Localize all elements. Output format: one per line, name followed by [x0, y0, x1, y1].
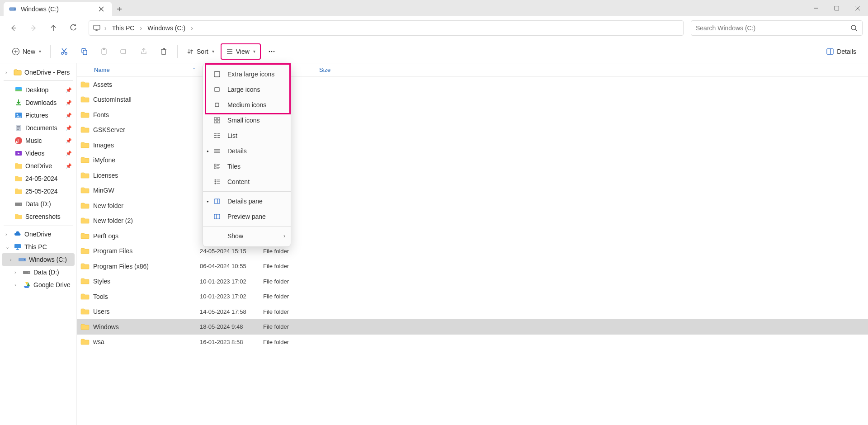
file-row[interactable]: Program Files24-05-2024 15:15File folder: [77, 244, 868, 259]
view-button[interactable]: View ▾: [221, 43, 261, 60]
rename-button[interactable]: [115, 43, 133, 60]
file-row[interactable]: MinGW: [77, 183, 868, 198]
sidebar-item-desktop[interactable]: Desktop📌: [0, 84, 76, 96]
sort-button[interactable]: Sort ▾: [182, 43, 219, 60]
folder-icon: [80, 232, 90, 240]
file-row[interactable]: Assets: [77, 77, 868, 92]
sidebar-item-label: OneDrive: [25, 162, 52, 170]
window-tab[interactable]: Windows (C:): [4, 2, 112, 16]
file-row[interactable]: wsa16-01-2023 8:58File folder: [77, 335, 868, 350]
sidebar-item-videos[interactable]: Videos📌: [0, 147, 76, 160]
file-name: Users: [93, 308, 110, 315]
sidebar-item-google-drive[interactable]: ›Google Drive: [0, 279, 76, 291]
view-option-large[interactable]: Large icons: [203, 82, 291, 97]
list-icon: [226, 48, 233, 55]
maximize-button[interactable]: [826, 0, 847, 16]
sidebar-item-screenshots[interactable]: Screenshots: [0, 210, 76, 223]
file-row[interactable]: Tools10-01-2023 17:02File folder: [77, 289, 868, 304]
view-option-preview-pane[interactable]: Preview pane: [203, 209, 291, 224]
folder-icon: [80, 263, 90, 270]
document-icon: [14, 124, 23, 132]
refresh-button[interactable]: [65, 20, 81, 36]
sidebar-item-this-pc[interactable]: ⌄This PC: [0, 241, 76, 253]
sidebar-item-data-d[interactable]: ›Data (D:): [0, 266, 76, 279]
new-button[interactable]: New ▾: [7, 43, 46, 60]
breadcrumb-windows-c[interactable]: Windows (C:): [146, 24, 187, 33]
details-icon: [213, 147, 221, 155]
menu-label: Small icons: [227, 117, 260, 124]
chevron-right-icon: ›: [14, 282, 20, 288]
file-row[interactable]: Users14-05-2024 17:58File folder: [77, 304, 868, 320]
sidebar-item-label: Desktop: [25, 86, 48, 94]
minimize-button[interactable]: [806, 0, 826, 16]
file-date: 24-05-2024 15:15: [200, 248, 263, 255]
cut-button[interactable]: [55, 43, 73, 60]
sidebar-item-onedrive-quick[interactable]: OneDrive📌: [0, 160, 76, 172]
view-option-details-pane[interactable]: ●Details pane: [203, 194, 291, 209]
copy-icon: [80, 47, 88, 56]
more-button[interactable]: [263, 43, 281, 60]
file-type: File folder: [263, 293, 319, 300]
address-bar[interactable]: › This PC › Windows (C:) ›: [89, 20, 684, 36]
svg-rect-26: [14, 244, 21, 248]
view-option-medium[interactable]: Medium icons: [203, 97, 291, 113]
sidebar-item-pictures[interactable]: Pictures📌: [0, 109, 76, 122]
sidebar-item-downloads[interactable]: Downloads📌: [0, 96, 76, 109]
view-option-tiles[interactable]: Tiles: [203, 159, 291, 174]
details-pane-button[interactable]: Details: [821, 43, 861, 60]
sidebar-item-data-d-quick[interactable]: Data (D:): [0, 198, 76, 210]
sidebar-item-onedrive[interactable]: ›OneDrive: [0, 228, 76, 241]
sidebar-item-date2[interactable]: 25-05-2024: [0, 185, 76, 198]
view-option-extra-large[interactable]: Extra large icons: [203, 66, 291, 82]
music-icon: [14, 137, 23, 145]
file-row[interactable]: GSKServer: [77, 123, 868, 138]
column-header-size[interactable]: Size: [319, 66, 355, 73]
file-row[interactable]: Windows18-05-2024 9:48File folder: [77, 319, 868, 335]
minimize-icon: [813, 5, 819, 11]
copy-button[interactable]: [75, 43, 93, 60]
file-row[interactable]: Program Files (x86)06-04-2024 10:55File …: [77, 259, 868, 274]
tab-close-button[interactable]: [96, 4, 107, 14]
file-row[interactable]: New folder: [77, 198, 868, 213]
file-name: GSKServer: [93, 126, 125, 133]
monitor-icon: [14, 243, 22, 251]
menu-separator: [203, 191, 291, 192]
search-box[interactable]: [691, 20, 863, 36]
sidebar-item-onedrive-personal[interactable]: ›OneDrive - Pers: [0, 66, 76, 79]
view-option-list[interactable]: List: [203, 128, 291, 143]
close-icon: [99, 6, 104, 12]
file-row[interactable]: PerfLogs: [77, 228, 868, 244]
sidebar-item-windows-c[interactable]: ›Windows (C:): [2, 253, 75, 266]
list-icon: [213, 132, 221, 139]
file-row[interactable]: New folder (2): [77, 213, 868, 229]
view-option-content[interactable]: Content: [203, 174, 291, 189]
delete-button[interactable]: [155, 43, 173, 60]
file-row[interactable]: Fonts: [77, 107, 868, 123]
svg-rect-34: [214, 118, 217, 120]
view-option-small[interactable]: Small icons: [203, 113, 291, 128]
sidebar-item-documents[interactable]: Documents📌: [0, 122, 76, 134]
file-row[interactable]: Licenses: [77, 168, 868, 183]
view-option-details[interactable]: ●Details: [203, 143, 291, 159]
folder-icon: [80, 126, 90, 133]
close-window-button[interactable]: [847, 0, 868, 16]
breadcrumb-this-pc[interactable]: This PC: [110, 24, 137, 33]
forward-button[interactable]: [25, 20, 42, 36]
file-row[interactable]: CustomInstall: [77, 92, 868, 108]
menu-label: Show: [227, 232, 243, 240]
sidebar-item-date1[interactable]: 24-05-2024: [0, 172, 76, 185]
up-button[interactable]: [45, 20, 61, 36]
svg-rect-37: [217, 121, 220, 123]
file-row[interactable]: iMyfone: [77, 153, 868, 168]
sidebar-item-music[interactable]: Music📌: [0, 134, 76, 147]
view-option-show[interactable]: Show›: [203, 228, 291, 244]
column-header-name[interactable]: Name˅: [77, 66, 200, 73]
file-row[interactable]: Images: [77, 137, 868, 153]
search-input[interactable]: [696, 24, 850, 32]
new-tab-button[interactable]: [112, 2, 127, 16]
share-button[interactable]: [135, 43, 153, 60]
paste-button[interactable]: [95, 43, 113, 60]
sidebar-item-label: 25-05-2024: [25, 188, 58, 195]
back-button[interactable]: [5, 20, 22, 36]
file-row[interactable]: Styles10-01-2023 17:02File folder: [77, 274, 868, 289]
